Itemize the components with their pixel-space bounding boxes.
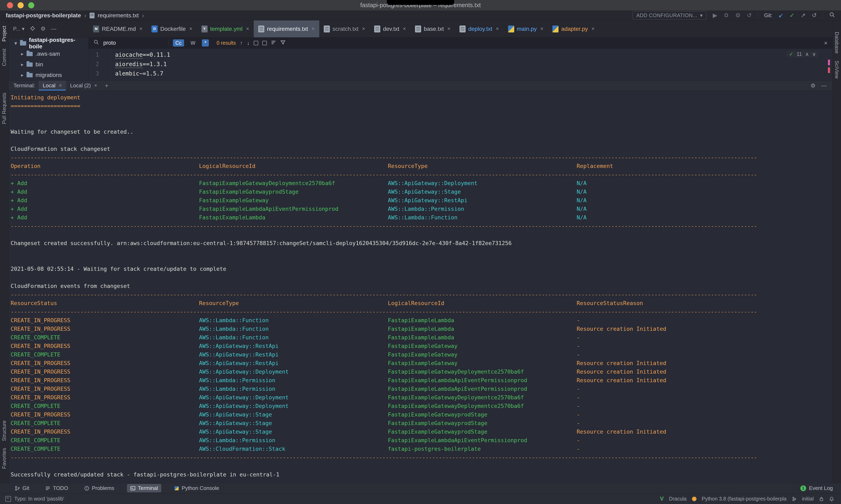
event-log-group[interactable]: 1 Event Log [800, 485, 833, 491]
sidebar-item-pull-requests[interactable]: Pull Requests [1, 93, 7, 124]
editor-tab-base.txt[interactable]: base.txt× [411, 20, 455, 37]
close-icon[interactable]: × [591, 26, 595, 32]
close-icon[interactable]: × [246, 26, 249, 32]
terminal-separator: ----------------------------------------… [8, 153, 756, 162]
sidebar-item-favorites[interactable]: Favorites [1, 448, 7, 469]
terminal-cell: + Add [11, 205, 199, 213]
editor-tab-README.md[interactable]: MREADME.md× [89, 20, 147, 37]
line-number: 1 [89, 50, 99, 59]
close-icon[interactable]: × [59, 83, 62, 89]
close-icon[interactable]: × [447, 26, 450, 32]
debug-button[interactable] [723, 12, 729, 19]
whole-words-toggle[interactable]: W [188, 39, 198, 47]
collapse-arrow-icon[interactable]: ▾ [13, 40, 19, 46]
editor-tab-scratch.txt[interactable]: scratch.txt× [319, 20, 370, 37]
toolwindow-problems[interactable]: Problems [81, 484, 118, 492]
run-button[interactable]: ▶ [713, 13, 717, 18]
notification-icon[interactable] [829, 496, 834, 502]
close-window-button[interactable] [7, 2, 13, 8]
terminal-settings-gear-icon[interactable]: ⚙ [810, 83, 816, 89]
breadcrumb-file[interactable]: requirements.txt [98, 12, 139, 19]
close-icon[interactable]: × [403, 26, 406, 32]
run-configuration-select[interactable]: ADD CONFIGURATION... ▾ [632, 11, 707, 20]
success-line: Successfully created/updated stack - fas… [8, 470, 833, 479]
project-tree[interactable]: ▾fastapi-postgres-boile▸.aws-sam▸bin▸mig… [8, 38, 89, 80]
editor-tab-main.py[interactable]: main.py× [504, 20, 548, 37]
toolwindow-git[interactable]: Git [12, 484, 33, 492]
git-commit-button[interactable]: ✓ [790, 13, 794, 18]
hide-panel-icon[interactable]: — [51, 26, 56, 32]
zoom-window-button[interactable] [28, 2, 34, 8]
tree-item-migrations[interactable]: ▸migrations [8, 70, 88, 80]
tree-item-bin[interactable]: ▸bin [8, 59, 88, 70]
coverage-button[interactable]: ⚙ [735, 13, 740, 18]
search-input[interactable]: proto [103, 40, 164, 46]
background-tasks-icon[interactable] [5, 496, 11, 502]
terminal-tab-local-2[interactable]: Local (2) × [66, 80, 101, 91]
settings-gear-icon[interactable]: ⚙ [41, 26, 46, 32]
profiler-button[interactable]: ↺ [747, 13, 752, 18]
open-in-find-window-icon[interactable] [262, 41, 267, 45]
editor-tab-deploy.txt[interactable]: deploy.txt× [455, 20, 504, 37]
git-history-button[interactable]: ↺ [812, 13, 817, 18]
sort-lines-icon[interactable] [271, 40, 276, 46]
match-case-toggle[interactable]: Cc [173, 39, 184, 47]
sidebar-item-sciview[interactable]: SciView [834, 60, 840, 78]
new-terminal-tab-button[interactable]: + [101, 83, 112, 89]
ideavim-icon[interactable]: V [660, 496, 664, 502]
breadcrumb-project[interactable]: fastapi-postgres-boilerplate [6, 12, 81, 19]
minimize-panel-icon[interactable]: — [821, 83, 827, 89]
close-icon[interactable]: × [94, 83, 97, 89]
search-everywhere-icon[interactable] [829, 12, 835, 19]
theme-widget[interactable]: Dracula [669, 496, 686, 502]
next-occurrence-button[interactable]: ↓ [247, 40, 250, 46]
previous-problem-icon[interactable]: ∧ [805, 51, 809, 57]
close-icon[interactable]: × [540, 26, 543, 32]
expand-arrow-icon[interactable]: ▸ [19, 51, 25, 57]
tab-label: scratch.txt [333, 26, 359, 32]
sidebar-item-project[interactable]: Project [1, 26, 7, 42]
terminal-table-row: CREATE_IN_PROGRESSAWS::ApiGateway::RestA… [8, 359, 833, 367]
toolwindow-python-console[interactable]: Python Console [171, 484, 222, 492]
previous-occurrence-button[interactable]: ↑ [240, 40, 243, 46]
editor-tab-adapter.py[interactable]: adapter.py× [548, 20, 599, 37]
tree-item-.aws-sam[interactable]: ▸.aws-sam [8, 49, 88, 59]
close-icon[interactable]: × [189, 26, 193, 32]
expand-arrow-icon[interactable]: ▸ [19, 61, 25, 67]
select-all-occurrences-icon[interactable] [254, 41, 258, 45]
locate-file-icon[interactable] [30, 26, 35, 32]
close-icon[interactable]: × [311, 26, 315, 32]
filter-icon[interactable] [280, 40, 286, 46]
sidebar-item-structure[interactable]: Structure [1, 420, 7, 441]
toolwindow-todo[interactable]: TODO [42, 484, 71, 492]
editor-tab-dev.txt[interactable]: dev.txt× [370, 20, 411, 37]
git-push-button[interactable]: ↗ [801, 13, 805, 18]
lock-icon[interactable] [819, 496, 824, 502]
code-area[interactable]: aiocache==0.11.1aioredis==1.3.1alembic~=… [111, 49, 833, 80]
close-icon[interactable]: × [139, 26, 142, 32]
navigation-bar: fastapi-postgres-boilerplate › requireme… [0, 11, 841, 20]
terminal-tab-local[interactable]: Local × [39, 80, 66, 91]
tree-root[interactable]: ▾fastapi-postgres-boile [8, 38, 88, 49]
git-branch-widget[interactable]: initial [802, 496, 813, 502]
inspections-widget[interactable]: ✓ 11 ∧ ∨ [786, 50, 819, 58]
next-problem-icon[interactable]: ∨ [812, 51, 816, 57]
expand-arrow-icon[interactable]: ▸ [19, 72, 25, 78]
close-icon[interactable]: × [496, 26, 499, 32]
editor-tab-template.yml[interactable]: Ytemplate.yml× [197, 20, 254, 37]
python-interpreter-widget[interactable]: Python 3.8 (fastapi-postgres-boilerpla [702, 496, 787, 502]
minimize-window-button[interactable] [18, 2, 24, 8]
editor-tab-Dockerfile[interactable]: DDockerfile× [147, 20, 197, 37]
terminal-output[interactable]: Initiating deployment===================… [8, 91, 833, 483]
editor-tab-requirements.txt[interactable]: requirements.txt× [254, 20, 319, 37]
sidebar-item-database[interactable]: Database [834, 32, 840, 54]
close-icon[interactable]: × [362, 26, 365, 32]
scrollbar-error-mark [828, 59, 830, 65]
project-view-mode-select[interactable]: P... ▾ [13, 26, 24, 32]
editor[interactable]: 123 aiocache==0.11.1aioredis==1.3.1alemb… [89, 49, 833, 80]
git-update-button[interactable]: ↙ [779, 13, 784, 18]
toolwindow-terminal[interactable]: Terminal [127, 484, 161, 492]
regex-toggle[interactable]: * [202, 39, 209, 47]
close-find-bar-icon[interactable]: × [824, 40, 827, 47]
sidebar-item-commit[interactable]: Commit [1, 49, 7, 66]
